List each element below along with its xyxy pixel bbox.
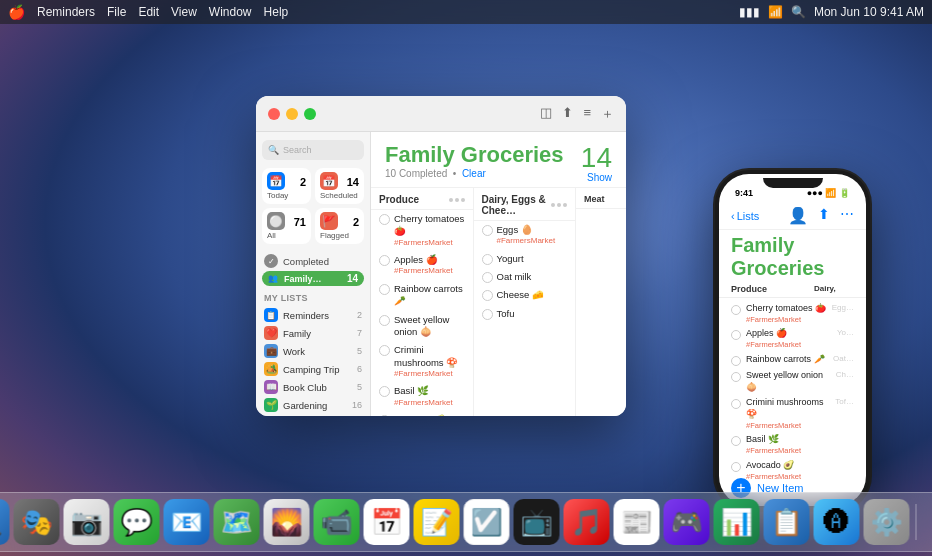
dock-messages[interactable]: 💬 xyxy=(114,499,160,545)
smart-list-flagged[interactable]: 🚩 2 Flagged xyxy=(315,208,364,244)
list-item[interactable]: Rainbow carrots 🥕 xyxy=(371,280,473,311)
iphone-back-button[interactable]: ‹ Lists xyxy=(731,210,759,222)
list-gardening[interactable]: 🌱 Gardening 16 xyxy=(256,396,370,414)
my-lists-label: My Lists xyxy=(256,293,370,306)
iphone-list-item[interactable]: Sweet yellow onion 🧅 Ch… xyxy=(719,368,866,395)
checkbox[interactable] xyxy=(482,225,493,236)
show-link[interactable]: Show xyxy=(581,172,612,183)
family-count: 14 xyxy=(347,273,358,284)
list-item[interactable]: Sweet yellow onion 🧅 xyxy=(371,311,473,342)
dock-mail[interactable]: 📧 xyxy=(164,499,210,545)
iphone-list-item[interactable]: Cherry tomatoes 🍅#FarmersMarket Egg… xyxy=(719,301,866,326)
dock-finder[interactable]: 🔍 xyxy=(0,499,10,545)
dock-photos[interactable]: 📷 xyxy=(64,499,110,545)
iphone-checkbox[interactable] xyxy=(731,356,741,366)
iphone-avatar-icon[interactable]: 👤 xyxy=(788,206,808,225)
add-icon[interactable]: ＋ xyxy=(601,105,614,123)
dock-arcade[interactable]: 🎮 xyxy=(664,499,710,545)
list-reminders[interactable]: 📋 Reminders 2 xyxy=(256,306,370,324)
list-item[interactable]: Apples 🍎#FarmersMarket xyxy=(371,251,473,280)
column-produce: Produce Cherry tomatoes 🍅#FarmersMarket … xyxy=(371,188,474,416)
dock-notes[interactable]: 📝 xyxy=(414,499,460,545)
list-item[interactable]: Crimini mushrooms 🍄#FarmersMarket xyxy=(371,341,473,382)
iphone-list-item[interactable]: Crimini mushrooms 🍄#FarmersMarket Tof… xyxy=(719,395,866,432)
dock-appstore[interactable]: 🅐 xyxy=(814,499,860,545)
menu-help[interactable]: Help xyxy=(264,5,289,19)
list-plants[interactable]: 🌿 Plants to get 4 xyxy=(256,414,370,416)
family-list-item[interactable]: 👥 Family… 14 xyxy=(262,271,364,286)
checkbox[interactable] xyxy=(379,345,390,356)
column-header-produce: Produce xyxy=(371,194,473,210)
dock-appletv[interactable]: 📺 xyxy=(514,499,560,545)
dock-music[interactable]: 🎵 xyxy=(564,499,610,545)
list-family[interactable]: ❤️ Family 7 xyxy=(256,324,370,342)
list-item[interactable]: Avocado 🥑#FarmersMarket xyxy=(371,411,473,416)
sidebar: 🔍 Search 📅 2 Today 📅 14 xyxy=(256,132,371,416)
list-item[interactable]: Eggs 🥚#FarmersMarket xyxy=(474,221,576,250)
close-button[interactable] xyxy=(268,108,280,120)
iphone-checkbox[interactable] xyxy=(731,372,741,382)
dock-trash[interactable]: 🗑️ xyxy=(923,499,933,545)
list-item[interactable]: Oat milk xyxy=(474,268,576,286)
maximize-button[interactable] xyxy=(304,108,316,120)
dock-news[interactable]: 📰 xyxy=(614,499,660,545)
dock-maps[interactable]: 🗺️ xyxy=(214,499,260,545)
dock-calendar[interactable]: 📅 xyxy=(364,499,410,545)
checkbox[interactable] xyxy=(379,255,390,266)
checkbox[interactable] xyxy=(379,386,390,397)
dock-facetime[interactable]: 📹 xyxy=(314,499,360,545)
dock-keynote[interactable]: 📋 xyxy=(764,499,810,545)
sidebar-toggle-icon[interactable]: ◫ xyxy=(540,105,552,123)
iphone-checkbox[interactable] xyxy=(731,305,741,315)
share-icon[interactable]: ⬆ xyxy=(562,105,573,123)
battery-icon: ▮▮▮ xyxy=(739,5,760,19)
completed-item[interactable]: ✓ Completed xyxy=(256,252,370,270)
list-item[interactable]: Yogurt xyxy=(474,250,576,268)
apple-menu[interactable]: 🍎 xyxy=(8,4,25,20)
iphone-checkbox[interactable] xyxy=(731,330,741,340)
iphone-checkbox[interactable] xyxy=(731,399,741,409)
menu-edit[interactable]: Edit xyxy=(138,5,159,19)
checkbox[interactable] xyxy=(482,254,493,265)
checkbox[interactable] xyxy=(379,415,390,416)
menu-view[interactable]: View xyxy=(171,5,197,19)
checkbox[interactable] xyxy=(482,272,493,283)
checkbox[interactable] xyxy=(482,290,493,301)
smart-list-all[interactable]: ⚪ 71 All xyxy=(262,208,311,244)
iphone-more-icon[interactable]: ⋯ xyxy=(840,206,854,225)
checkbox[interactable] xyxy=(379,284,390,295)
list-item[interactable]: Basil 🌿#FarmersMarket xyxy=(371,382,473,411)
list-item[interactable]: Cheese 🧀 xyxy=(474,286,576,304)
dock-settings[interactable]: ⚙️ xyxy=(864,499,910,545)
list-bookclub[interactable]: 📖 Book Club 5 xyxy=(256,378,370,396)
iphone-signal: ●●● 📶 🔋 xyxy=(807,188,850,198)
checkbox[interactable] xyxy=(482,309,493,320)
clear-link[interactable]: Clear xyxy=(462,168,486,179)
search-icon[interactable]: 🔍 xyxy=(791,5,806,19)
iphone-list-item[interactable]: Rainbow carrots 🥕 Oat… xyxy=(719,352,866,368)
smart-list-scheduled[interactable]: 📅 14 Scheduled xyxy=(315,168,364,204)
dock-photos2[interactable]: 🌄 xyxy=(264,499,310,545)
checkbox[interactable] xyxy=(379,214,390,225)
list-item[interactable]: Cherry tomatoes 🍅#FarmersMarket xyxy=(371,210,473,251)
list-camping[interactable]: 🏕️ Camping Trip 6 xyxy=(256,360,370,378)
minimize-button[interactable] xyxy=(286,108,298,120)
iphone-list-item[interactable]: Apples 🍎#FarmersMarket Yo… xyxy=(719,326,866,351)
iphone-checkbox[interactable] xyxy=(731,436,741,446)
dock-launchpad[interactable]: 🎭 xyxy=(14,499,60,545)
dock-reminders[interactable]: ☑️ xyxy=(464,499,510,545)
menu-window[interactable]: Window xyxy=(209,5,252,19)
search-bar[interactable]: 🔍 Search xyxy=(262,140,364,160)
more-icon[interactable]: ≡ xyxy=(583,105,591,123)
list-item[interactable]: Tofu xyxy=(474,305,576,323)
checkbox[interactable] xyxy=(379,315,390,326)
smart-list-today[interactable]: 📅 2 Today xyxy=(262,168,311,204)
menu-file[interactable]: File xyxy=(107,5,126,19)
dock-numbers[interactable]: 📊 xyxy=(714,499,760,545)
main-content: Family Groceries 10 Completed • Clear 14… xyxy=(371,132,626,416)
iphone-checkbox[interactable] xyxy=(731,462,741,472)
iphone-list-item[interactable]: Basil 🌿#FarmersMarket xyxy=(719,432,866,457)
iphone-share-icon[interactable]: ⬆ xyxy=(818,206,830,225)
list-work[interactable]: 💼 Work 5 xyxy=(256,342,370,360)
dock: 🔍 🎭 📷 💬 📧 🗺️ 🌄 📹 📅 📝 ☑️ 📺 🎵 📰 🎮 📊 📋 🅐 ⚙️… xyxy=(0,492,932,552)
